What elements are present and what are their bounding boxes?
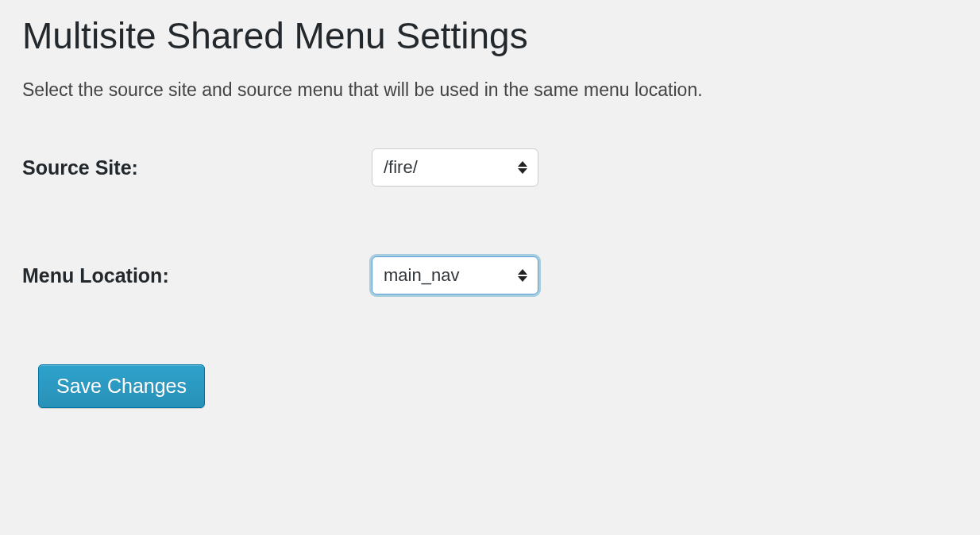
menu-location-label: Menu Location: [22, 264, 372, 287]
source-site-label: Source Site: [22, 156, 372, 179]
page-description: Select the source site and source menu t… [22, 79, 958, 101]
source-site-select-wrap: /fire/ [372, 148, 538, 187]
menu-location-select[interactable]: main_nav [372, 256, 538, 294]
source-site-select[interactable]: /fire/ [372, 148, 538, 187]
menu-location-select-wrap: main_nav [372, 256, 538, 294]
source-site-row: Source Site: /fire/ [22, 148, 958, 187]
save-button[interactable]: Save Changes [38, 364, 205, 408]
page-title: Multisite Shared Menu Settings [22, 14, 958, 57]
menu-location-row: Menu Location: main_nav [22, 256, 958, 294]
